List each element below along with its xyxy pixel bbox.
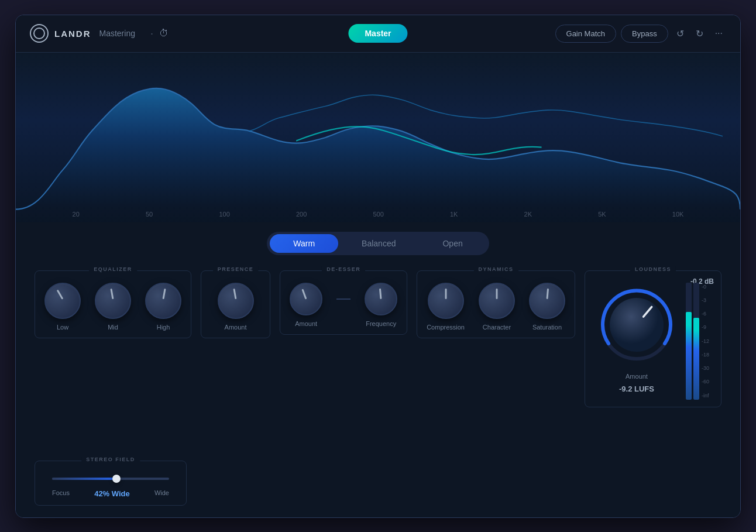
more-options-button[interactable]: ···	[712, 26, 726, 41]
style-balanced-button[interactable]: Balanced	[338, 234, 419, 253]
eq-mid-label: Mid	[108, 324, 118, 331]
clock-icon: ⏱	[159, 28, 169, 39]
plugin-window: LANDR Mastering · ⏱ Master Gain Match By…	[15, 15, 741, 518]
dynamics-label: DYNAMICS	[474, 266, 518, 272]
stereo-labels: Focus 42% Wide Wide	[52, 489, 169, 498]
eq-mid-knob[interactable]	[95, 283, 131, 319]
svg-point-1	[610, 298, 664, 352]
presence-label: PRESENCE	[213, 266, 259, 272]
stereo-slider-thumb[interactable]	[112, 475, 121, 483]
dynamics-saturation-label: Saturation	[532, 324, 562, 331]
presence-amount-knob[interactable]	[218, 283, 254, 319]
app-name: Mastering	[99, 29, 135, 38]
style-open-button[interactable]: Open	[419, 234, 486, 253]
de-esser-frequency-group: Frequency	[365, 283, 397, 327]
dynamics-compression-knob[interactable]	[428, 283, 464, 319]
controls-area: Warm Balanced Open EQUALIZER Low	[16, 222, 740, 517]
freq-5k: 5K	[598, 211, 606, 218]
dynamics-character-group: Character	[479, 283, 515, 331]
dynamics-section: DYNAMICS Compression Character	[417, 270, 575, 338]
master-button[interactable]: Master	[348, 24, 407, 43]
stereo-focus-label: Focus	[52, 489, 70, 498]
stereo-field-label: STEREO FIELD	[81, 457, 140, 462]
dynamics-saturation-knob[interactable]	[529, 283, 565, 319]
dynamics-saturation-group: Saturation	[529, 283, 565, 331]
undo-button[interactable]: ↺	[673, 26, 688, 42]
freq-2k: 2K	[524, 211, 532, 218]
waveform-svg	[16, 53, 740, 222]
de-esser-frequency-label: Frequency	[366, 320, 396, 327]
style-selector: Warm Balanced Open	[267, 232, 489, 255]
waveform-area: 20 50 100 200 500 1K 2K 5K 10K	[16, 53, 740, 222]
freq-1k: 1K	[450, 211, 458, 218]
vu-label-9: -9	[702, 324, 709, 330]
equalizer-section: EQUALIZER Low Mid	[35, 270, 191, 338]
eq-low-group: Low	[44, 283, 81, 331]
vu-label-60: -60	[702, 379, 709, 385]
presence-section: PRESENCE Amount	[201, 270, 270, 338]
loudness-label: LOUDNESS	[630, 266, 676, 272]
logo-text: LANDR	[54, 29, 91, 39]
de-esser-label: DE-ESSER	[322, 266, 365, 272]
loudness-lufs-value: -9.2 LUFS	[619, 385, 654, 393]
freq-10k: 10K	[672, 211, 684, 218]
de-esser-amount-knob[interactable]	[290, 283, 322, 315]
presence-amount-label: Amount	[225, 324, 247, 331]
vu-label-12: -12	[702, 338, 709, 344]
redo-button[interactable]: ↻	[692, 26, 707, 42]
eq-high-knob[interactable]	[145, 283, 181, 319]
dynamics-compression-label: Compression	[427, 324, 465, 331]
logo-area: LANDR Mastering · ⏱	[30, 24, 378, 43]
header: LANDR Mastering · ⏱ Master Gain Match By…	[16, 15, 740, 53]
eq-high-label: High	[157, 324, 170, 331]
header-center: Master	[348, 24, 407, 43]
freq-100: 100	[219, 211, 229, 218]
eq-high-group: High	[145, 283, 181, 331]
eq-low-knob[interactable]	[44, 283, 81, 319]
vu-label-inf: -inf	[702, 393, 709, 399]
loudness-section: LOUDNESS -0.2 dB	[585, 270, 721, 407]
eq-low-label: Low	[57, 324, 68, 331]
de-esser-frequency-knob[interactable]	[365, 283, 397, 315]
bypass-button[interactable]: Bypass	[621, 25, 668, 43]
dynamics-character-label: Character	[483, 324, 511, 331]
vu-label-3: -3	[702, 297, 709, 303]
vu-label-6: -6	[702, 311, 709, 317]
freq-500: 500	[373, 211, 383, 218]
stereo-wide-label: Wide	[154, 489, 169, 498]
equalizer-label: EQUALIZER	[89, 266, 137, 272]
logo-icon	[30, 24, 49, 43]
de-esser-amount-group: Amount	[290, 283, 322, 327]
freq-50: 50	[146, 211, 153, 218]
dot-icon: ·	[150, 28, 153, 40]
stereo-slider-container	[52, 473, 169, 485]
vu-label-18: -18	[702, 352, 709, 358]
header-right: Gain Match Bypass ↺ ↻ ···	[378, 25, 726, 43]
stereo-field-section: STEREO FIELD Focus 42% Wide Wide	[35, 461, 187, 506]
loudness-amount-label: Amount	[626, 373, 648, 380]
de-esser-amount-label: Amount	[295, 320, 317, 327]
de-esser-section: DE-ESSER Amount Frequency	[280, 270, 407, 335]
loudness-arc-svg	[597, 285, 676, 365]
dynamics-character-knob[interactable]	[479, 283, 515, 319]
gain-match-button[interactable]: Gain Match	[555, 25, 616, 43]
stereo-slider-fill	[52, 478, 116, 480]
freq-200: 200	[296, 211, 307, 218]
freq-labels: 20 50 100 200 500 1K 2K 5K 10K	[16, 211, 740, 218]
eq-mid-group: Mid	[95, 283, 131, 331]
stereo-value: 42% Wide	[94, 489, 130, 498]
style-warm-button[interactable]: Warm	[270, 234, 338, 253]
presence-amount-group: Amount	[218, 283, 254, 331]
dynamics-compression-group: Compression	[427, 283, 465, 331]
vu-label-30: -30	[702, 365, 709, 371]
freq-20: 20	[73, 211, 80, 218]
stereo-slider-track	[52, 478, 169, 480]
